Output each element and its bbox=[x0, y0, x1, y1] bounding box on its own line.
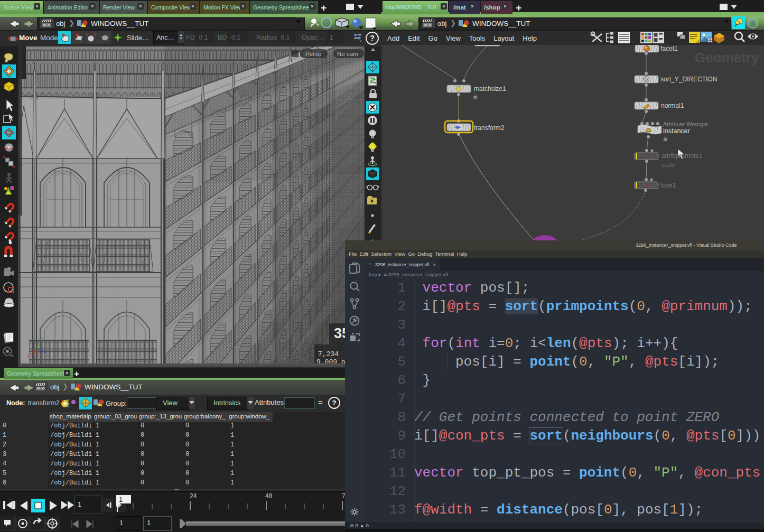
svg-text:48: 48 bbox=[265, 492, 273, 500]
svg-text:No cam: No cam bbox=[337, 51, 358, 57]
svg-text:Geometry: Geometry bbox=[695, 50, 759, 66]
svg-text:y: y bbox=[41, 335, 43, 341]
svg-text:7,234: 7,234 bbox=[318, 350, 339, 358]
svg-text:1: 1 bbox=[119, 496, 123, 503]
svg-text:Persp: Persp bbox=[305, 51, 321, 57]
svg-text:24: 24 bbox=[190, 492, 197, 500]
svg-text:x: x bbox=[27, 353, 30, 359]
